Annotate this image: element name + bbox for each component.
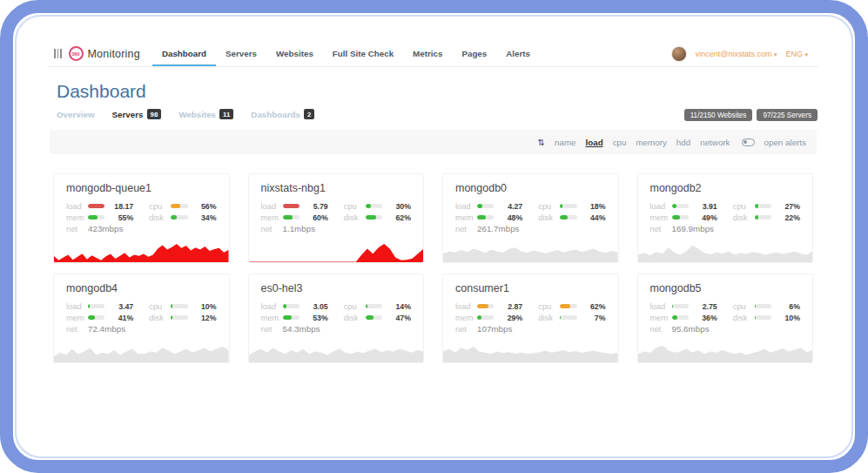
metric-row-mem: mem36% [650, 312, 717, 323]
metric-label: disk [344, 213, 366, 222]
metric-value: 6% [777, 302, 800, 311]
sort-icon: ⇅ [538, 138, 545, 147]
metric-bar-track [672, 204, 689, 208]
metric-bar-track [366, 304, 382, 308]
summary-badge-97-225-servers: 97/225 Servers [757, 109, 818, 121]
server-metrics: load2.87 mem29% net107mbps cpu62% disk7% [443, 297, 618, 334]
metric-bar-track [171, 304, 187, 308]
metric-label: cpu [149, 302, 171, 311]
metric-row-load: load5.79 [261, 200, 328, 212]
metric-row-mem: mem55% [66, 212, 133, 223]
logo-text: Monitoring [88, 48, 140, 60]
sort-option-network[interactable]: network [700, 138, 730, 147]
network-sparkline-chart [54, 236, 229, 262]
open-alerts-toggle[interactable] [742, 139, 755, 146]
metric-value: 60% [306, 213, 328, 222]
user-menu[interactable]: vincent@nixstats.com ▾ [696, 50, 777, 58]
server-card-es0-hel3[interactable]: es0-hel3 load3.05 mem53% net54.3mbps cpu… [248, 274, 425, 363]
sort-toolbar: ⇅ nameloadcpumemoryhddnetwork open alert… [50, 130, 817, 154]
metric-label: load [66, 302, 88, 311]
apps-grid-icon[interactable] [54, 49, 62, 58]
nav-item-alerts[interactable]: Alerts [496, 41, 540, 66]
metric-label: load [66, 202, 88, 211]
nav-item-full-site-check[interactable]: Full Site Check [323, 41, 403, 66]
metric-label: mem [261, 314, 283, 322]
user-email-label: vincent@nixstats.com [696, 50, 772, 58]
metric-value: 10% [777, 314, 800, 322]
server-card-mongodb2[interactable]: mongodb2 load3.91 mem49% net169.9mbps cp… [637, 173, 814, 263]
metric-label: mem [455, 314, 477, 322]
metric-bar-track [171, 315, 187, 320]
sort-option-memory[interactable]: memory [636, 138, 666, 147]
nav-item-servers[interactable]: Servers [216, 41, 266, 66]
server-name: nixstats-nbg1 [249, 174, 424, 197]
metric-bar-fill [171, 304, 172, 308]
metric-row-disk: disk12% [149, 312, 216, 323]
metric-label: cpu [149, 202, 171, 211]
server-card-mongodb0[interactable]: mongodb0 load4.27 mem48% net261.7mbps cp… [442, 173, 619, 263]
metric-bar-fill [755, 215, 758, 220]
metric-row-disk: disk10% [733, 312, 800, 323]
sort-option-name[interactable]: name [555, 138, 576, 147]
metric-label: load [261, 202, 283, 211]
screenshot-canvas: 360 Monitoring DashboardServersWebsitesF… [0, 0, 868, 473]
nav-item-dashboard[interactable]: Dashboard [152, 41, 216, 66]
metric-bar-fill [283, 304, 287, 308]
metric-value: 53% [306, 314, 328, 322]
sort-option-cpu[interactable]: cpu [613, 138, 627, 147]
server-name: es0-hel3 [249, 274, 424, 297]
metric-label: mem [455, 213, 477, 222]
metric-bar-fill [366, 315, 373, 320]
metric-bar-track [560, 215, 576, 220]
metric-label: cpu [733, 302, 755, 311]
tab-count-badge: 11 [219, 109, 233, 119]
network-speed-value: 107mbps [477, 324, 512, 334]
open-alerts-label[interactable]: open alerts [764, 138, 806, 147]
metric-value: 18% [583, 202, 606, 211]
metric-bar-fill [672, 304, 674, 308]
network-speed-value: 1.1mbps [283, 224, 316, 233]
metric-bar-fill [366, 215, 376, 220]
metric-value: 4.27 [500, 202, 522, 211]
tab-dashboards[interactable]: Dashboards2 [251, 109, 314, 119]
metric-bar-track [283, 304, 299, 308]
server-card-mongodb-queue1[interactable]: mongodb-queue1 load18.17 mem55% net423mb… [53, 173, 230, 263]
metric-row-net: net169.9mbps [650, 223, 717, 234]
metric-value: 55% [111, 213, 133, 222]
nav-item-pages[interactable]: Pages [452, 41, 496, 66]
sort-option-load[interactable]: load [586, 138, 603, 147]
language-label: ENG [785, 50, 803, 58]
metric-row-cpu: cpu6% [733, 301, 800, 312]
metric-bar-fill [755, 204, 759, 208]
metric-bar-track [283, 204, 299, 208]
nav-item-metrics[interactable]: Metrics [403, 41, 452, 66]
network-speed-value: 95.6mbps [672, 324, 710, 334]
language-menu[interactable]: ENG ▾ [785, 50, 808, 58]
user-avatar[interactable] [671, 46, 687, 62]
top-nav-bar: 360 Monitoring DashboardServersWebsitesF… [48, 41, 818, 67]
tab-websites[interactable]: Websites11 [178, 109, 233, 119]
metric-value: 3.47 [111, 302, 133, 311]
metric-label: load [455, 202, 477, 211]
metric-label: mem [650, 213, 672, 222]
tab-overview[interactable]: Overview [57, 110, 95, 119]
server-card-mongodb5[interactable]: mongodb5 load2.75 mem36% net95.6mbps cpu… [637, 274, 814, 363]
tab-servers[interactable]: Servers98 [112, 109, 162, 119]
server-card-nixstats-nbg1[interactable]: nixstats-nbg1 load5.79 mem60% net1.1mbps… [248, 173, 425, 263]
metric-row-mem: mem29% [455, 312, 522, 323]
metric-label: disk [733, 213, 755, 222]
server-metrics: load3.05 mem53% net54.3mbps cpu14% disk4… [249, 297, 424, 334]
metric-row-mem: mem53% [261, 312, 328, 323]
metric-row-load: load3.05 [261, 301, 328, 312]
server-card-consumer1[interactable]: consumer1 load2.87 mem29% net107mbps cpu… [442, 274, 619, 363]
server-card-mongodb4[interactable]: mongodb4 load3.47 mem41% net72.4mbps cpu… [53, 274, 230, 363]
metric-label: disk [538, 314, 560, 322]
metric-value: 14% [388, 302, 411, 311]
server-name: mongodb-queue1 [54, 174, 229, 197]
server-name: mongodb0 [443, 174, 618, 197]
sort-option-hdd[interactable]: hdd [676, 138, 690, 147]
metric-label: mem [66, 314, 88, 322]
nav-item-websites[interactable]: Websites [266, 41, 323, 66]
metric-label: mem [66, 213, 88, 222]
brand-logo[interactable]: 360 Monitoring [69, 41, 140, 66]
